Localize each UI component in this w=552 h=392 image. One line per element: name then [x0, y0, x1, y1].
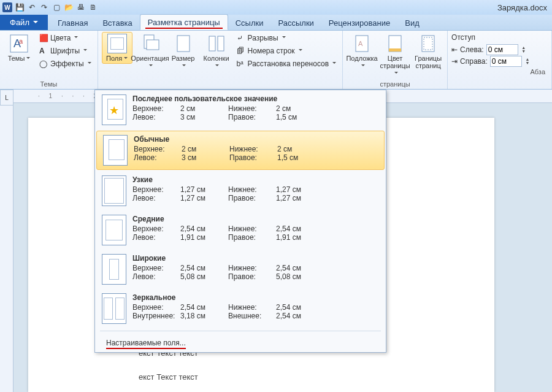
orientation-label: Ориентация	[131, 55, 169, 69]
indent-left-input[interactable]	[486, 44, 518, 55]
margins-option-title: Узкие	[132, 175, 379, 184]
tab-home[interactable]: Главная	[50, 15, 95, 30]
tab-page-layout-label: Разметка страницы	[148, 18, 220, 27]
svg-text:A: A	[358, 40, 363, 47]
tab-view[interactable]: Вид	[397, 15, 427, 30]
hyphen-label: Расстановка переносов	[248, 60, 329, 68]
vertical-ruler[interactable]	[0, 106, 13, 392]
line-numbers-icon: 🗐	[237, 47, 245, 55]
breaks-button[interactable]: ⤶Разрывы	[234, 32, 339, 44]
highlight-underline	[145, 28, 223, 29]
borders-icon	[418, 34, 438, 53]
orientation-button[interactable]: Ориентация	[135, 32, 166, 71]
themes-label: Темы	[8, 55, 31, 62]
indent-right-row: ⇥ Справа: ▲▼	[451, 56, 548, 67]
redo-icon[interactable]: ↷	[39, 2, 49, 12]
ribbon-tabs: Файл Главная Вставка Разметка страницы С…	[0, 15, 552, 31]
fonts-label: Шрифты	[50, 47, 80, 55]
margins-option-data: УзкиеВерхнее:1,27 смНижнее:1,27 смЛевое:…	[132, 175, 379, 206]
columns-button[interactable]: Колонки	[201, 32, 232, 71]
svg-rect-11	[389, 48, 401, 52]
ribbon: Aa Темы 🟥Цвета AШрифты ◯Эффекты Темы Пол…	[0, 31, 552, 90]
undo-icon[interactable]: ↶	[27, 2, 37, 12]
watermark-button[interactable]: A Подложка	[347, 32, 377, 71]
margins-option-title: Обычные	[134, 135, 378, 144]
effects-label: Эффекты	[50, 60, 84, 68]
theme-effects-button[interactable]: ◯Эффекты	[37, 58, 94, 70]
margins-option-3[interactable]: СредниеВерхнее:2,54 смНижнее:2,54 смЛево…	[95, 210, 386, 250]
custom-margins-label: Настраиваемые поля...	[106, 339, 186, 349]
margins-option-5[interactable]: ЗеркальноеВерхнее:2,54 смНижнее:2,54 смВ…	[95, 289, 386, 328]
svg-rect-4	[147, 40, 159, 50]
group-bg-label: страницы	[347, 79, 443, 89]
tab-insert[interactable]: Вставка	[95, 15, 139, 30]
indent-right-label: Справа:	[460, 57, 488, 66]
margins-option-data: ШирокиеВерхнее:2,54 смНижнее:2,54 смЛево…	[132, 254, 379, 285]
size-icon	[174, 34, 193, 53]
gallery-separator	[100, 331, 381, 331]
word-app-icon: W	[2, 2, 12, 12]
margins-option-data: ОбычныеВерхнее:2 смНижнее:2 смЛевое:3 см…	[134, 135, 378, 166]
doc-text-line: екст Текст текст	[139, 372, 458, 382]
themes-button[interactable]: Aa Темы	[4, 32, 34, 64]
margins-thumb-icon	[102, 293, 126, 324]
themes-icon: Aa	[9, 34, 29, 53]
margins-thumb-icon	[102, 175, 126, 206]
line-numbers-button[interactable]: 🗐Номера строк	[234, 45, 339, 57]
colors-label: Цвета	[50, 34, 71, 42]
custom-margins-button[interactable]: Настраиваемые поля...	[95, 334, 386, 352]
page-color-label: Цвет страницы	[380, 55, 410, 77]
theme-colors-button[interactable]: 🟥Цвета	[37, 32, 94, 44]
indent-left-label: Слева:	[460, 45, 484, 54]
group-themes-label: Темы	[4, 79, 94, 89]
print-icon[interactable]: 🖶	[76, 2, 86, 12]
margins-option-0[interactable]: Последнее пользовательское значениеВерхн…	[95, 90, 386, 129]
hyphenation-button[interactable]: bªРасстановка переносов	[234, 58, 339, 70]
ruler-corner: L	[0, 90, 13, 106]
margins-button[interactable]: Поля	[102, 32, 132, 64]
hyphen-icon: bª	[237, 60, 245, 68]
new-icon[interactable]: ▢	[52, 2, 61, 12]
margins-option-title: Последнее пользовательское значение	[132, 94, 379, 103]
margins-option-2[interactable]: УзкиеВерхнее:1,27 смНижнее:1,27 смЛевое:…	[95, 171, 386, 210]
margins-thumb-icon	[102, 254, 126, 285]
page-color-icon	[385, 34, 405, 53]
indent-left-row: ⇤ Слева: ▲▼	[451, 44, 548, 55]
margins-thumb-icon	[102, 94, 126, 125]
columns-label: Колонки	[203, 55, 230, 69]
group-indent: Отступ ⇤ Слева: ▲▼ ⇥ Справа: ▲▼ Абза	[448, 31, 552, 89]
margins-option-title: Широкие	[132, 254, 379, 263]
svg-rect-5	[177, 36, 190, 52]
breaks-label: Разрывы	[248, 34, 278, 42]
open-icon[interactable]: 📂	[64, 2, 74, 12]
tab-mailings[interactable]: Рассылки	[271, 15, 321, 30]
margins-option-data: СредниеВерхнее:2,54 смНижнее:2,54 смЛево…	[132, 215, 379, 245]
save-icon[interactable]: 💾	[15, 2, 25, 12]
colors-icon: 🟥	[39, 34, 48, 42]
margins-option-1[interactable]: ОбычныеВерхнее:2 смНижнее:2 смЛевое:3 см…	[96, 131, 385, 170]
tab-file[interactable]: Файл	[0, 15, 48, 30]
tab-review[interactable]: Рецензирование	[321, 15, 397, 30]
indent-right-input[interactable]	[490, 56, 522, 67]
indent-left-icon: ⇤	[451, 45, 458, 54]
columns-icon	[207, 34, 226, 53]
indent-left-spinner[interactable]: ▲▼	[521, 46, 527, 53]
size-button[interactable]: Размер	[168, 32, 199, 71]
indent-title: Отступ	[451, 32, 548, 44]
preview-icon[interactable]: 🗎	[88, 2, 98, 12]
effects-icon: ◯	[39, 60, 48, 68]
page-color-button[interactable]: Цвет страницы	[380, 32, 410, 79]
watermark-label: Подложка	[346, 55, 377, 69]
tab-page-layout[interactable]: Разметка страницы	[140, 14, 228, 30]
group-para-label: Абза	[451, 67, 548, 77]
margins-thumb-icon	[103, 135, 128, 166]
theme-fonts-button[interactable]: AШрифты	[37, 45, 94, 57]
margins-option-4[interactable]: ШирокиеВерхнее:2,54 смНижнее:2,54 смЛево…	[95, 250, 386, 289]
indent-right-spinner[interactable]: ▲▼	[524, 58, 531, 65]
margins-icon	[107, 34, 127, 53]
borders-label: Границы страниц	[415, 55, 442, 69]
margins-label: Поля	[106, 55, 128, 62]
tab-references[interactable]: Ссылки	[228, 15, 271, 30]
svg-rect-6	[209, 36, 215, 51]
page-borders-button[interactable]: Границы страниц	[413, 32, 443, 71]
